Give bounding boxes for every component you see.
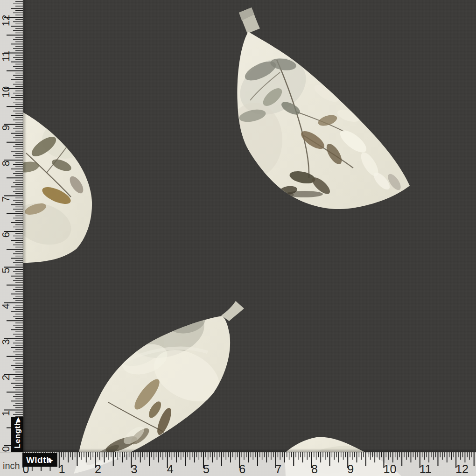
vertical-ruler: 0123456789101112 Length ▶ xyxy=(0,0,23,452)
ruler-number: 5 xyxy=(203,462,210,476)
vertical-ruler-background xyxy=(0,0,23,452)
ruler-number: 2 xyxy=(95,462,101,476)
horizontal-ruler-shadow xyxy=(0,448,476,452)
ruler-number: 1 xyxy=(59,462,65,476)
ruler-number: 1 xyxy=(0,410,12,416)
width-label: Width xyxy=(26,455,52,465)
ruler-number: 6 xyxy=(0,232,12,238)
ruler-number: 4 xyxy=(167,462,174,476)
ruler-number: 3 xyxy=(131,462,137,476)
ruler-number: 2 xyxy=(0,375,12,380)
ruler-number: 9 xyxy=(0,125,12,130)
ruler-number: 9 xyxy=(347,462,354,476)
vertical-ruler-shadow xyxy=(23,0,27,452)
ruler-number: 0 xyxy=(0,446,12,452)
horizontal-ruler: 0123456789101112 inch Width ▶ xyxy=(0,452,476,476)
ruler-number: 11 xyxy=(0,51,12,62)
ruler-number: 4 xyxy=(0,303,12,309)
ruler-number: 10 xyxy=(384,462,397,476)
horizontal-ruler-background xyxy=(0,452,476,476)
ruler-number: 8 xyxy=(0,161,12,166)
ruler-number: 5 xyxy=(0,267,12,273)
ruler-number: 7 xyxy=(275,462,282,476)
fabric-swatch-product-image: 0123456789101112 Length ▶ 01234567891011… xyxy=(0,0,476,476)
length-label: Length xyxy=(13,420,22,448)
ruler-number: 3 xyxy=(0,339,12,344)
ruler-number: 12 xyxy=(0,15,12,26)
unit-label: inch xyxy=(3,461,20,471)
ruler-number: 10 xyxy=(0,86,12,98)
ruler-number: 12 xyxy=(455,462,469,476)
horizontal-ruler-edge xyxy=(0,452,476,452)
ruler-number: 7 xyxy=(0,196,12,202)
length-arrow-icon: ▶ xyxy=(15,417,21,422)
ruler-number: 8 xyxy=(311,462,318,476)
ruler-number: 6 xyxy=(239,462,245,476)
width-arrow-icon: ▶ xyxy=(48,457,53,463)
vertical-ruler-edge xyxy=(23,0,23,452)
ruler-number: 11 xyxy=(420,462,432,476)
